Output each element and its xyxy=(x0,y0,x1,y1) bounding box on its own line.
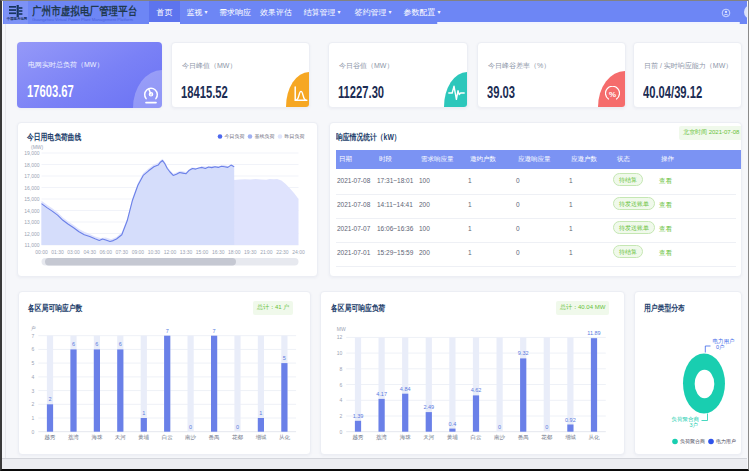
svg-text:越秀: 越秀 xyxy=(45,434,57,441)
svg-text:11,000: 11,000 xyxy=(25,242,40,248)
svg-text:黄埔: 黄埔 xyxy=(447,434,459,440)
svg-text:8: 8 xyxy=(339,366,342,372)
svg-text:今日负荷: 今日负荷 xyxy=(225,133,245,140)
svg-text:电力用户: 电力用户 xyxy=(716,438,736,445)
svg-text:2: 2 xyxy=(32,401,35,407)
svg-text:3户: 3户 xyxy=(689,422,698,428)
svg-text:06:00: 06:00 xyxy=(100,249,113,255)
svg-text:14,000: 14,000 xyxy=(24,208,40,214)
svg-text:21:00: 21:00 xyxy=(260,249,273,255)
svg-text:15,000: 15,000 xyxy=(24,196,40,202)
svg-text:4.62: 4.62 xyxy=(471,387,482,393)
svg-text:2: 2 xyxy=(339,413,342,419)
svg-text:花都: 花都 xyxy=(541,434,553,441)
svg-text:5: 5 xyxy=(283,355,286,361)
svg-text:4.17: 4.17 xyxy=(376,391,387,397)
svg-text:4.84: 4.84 xyxy=(400,386,411,392)
svg-text:5: 5 xyxy=(32,360,35,366)
svg-text:负荷聚合商: 负荷聚合商 xyxy=(680,438,705,445)
svg-text:1: 1 xyxy=(32,415,35,421)
svg-text:荔湾: 荔湾 xyxy=(376,434,388,441)
svg-text:24:00: 24:00 xyxy=(292,249,305,255)
svg-text:MW: MW xyxy=(337,326,346,332)
svg-text:7: 7 xyxy=(213,328,216,334)
svg-text:番禺: 番禺 xyxy=(518,434,529,441)
svg-text:荔湾: 荔湾 xyxy=(68,434,80,441)
svg-text:16:30: 16:30 xyxy=(212,249,225,255)
svg-text:11.89: 11.89 xyxy=(587,330,600,336)
svg-text:1: 1 xyxy=(259,410,262,416)
svg-text:增城: 增城 xyxy=(255,434,267,440)
svg-text:0: 0 xyxy=(236,424,239,430)
svg-text:南沙: 南沙 xyxy=(185,434,197,441)
svg-text:黄埔: 黄埔 xyxy=(138,434,150,440)
svg-text:04:30: 04:30 xyxy=(83,249,96,255)
svg-text:0.92: 0.92 xyxy=(565,417,576,423)
svg-text:7: 7 xyxy=(32,333,35,339)
svg-text:09:00: 09:00 xyxy=(132,249,145,255)
svg-text:6: 6 xyxy=(95,341,98,347)
svg-text:从化: 从化 xyxy=(279,434,291,441)
svg-text:南沙: 南沙 xyxy=(494,434,506,441)
svg-text:昨日负荷: 昨日负荷 xyxy=(285,133,305,140)
svg-text:从化: 从化 xyxy=(589,434,601,441)
svg-text:6: 6 xyxy=(32,346,35,352)
svg-text:12:00: 12:00 xyxy=(164,249,177,255)
svg-text:%: % xyxy=(609,90,616,99)
svg-text:10:30: 10:30 xyxy=(148,249,161,255)
svg-text:19:30: 19:30 xyxy=(244,249,257,255)
svg-text:天河: 天河 xyxy=(423,434,435,441)
svg-text:18,000: 18,000 xyxy=(24,162,40,168)
svg-text:10: 10 xyxy=(337,350,343,356)
svg-text:12: 12 xyxy=(337,334,343,340)
svg-text:花都: 花都 xyxy=(232,434,244,441)
svg-text:1.39: 1.39 xyxy=(353,413,364,419)
svg-text:1: 1 xyxy=(142,410,145,416)
svg-text:13,000: 13,000 xyxy=(24,219,40,225)
svg-text:越秀: 越秀 xyxy=(353,434,365,441)
svg-text:番禺: 番禺 xyxy=(209,434,220,441)
svg-text:6: 6 xyxy=(119,341,122,347)
svg-text:天河: 天河 xyxy=(115,434,127,441)
svg-text:07:30: 07:30 xyxy=(116,249,129,255)
svg-text:海珠: 海珠 xyxy=(91,434,103,441)
svg-text:白云: 白云 xyxy=(162,434,174,441)
svg-text:17,000: 17,000 xyxy=(24,173,40,179)
svg-text:0户: 0户 xyxy=(716,344,725,350)
svg-text:19,000: 19,000 xyxy=(24,150,40,156)
svg-text:4: 4 xyxy=(339,397,342,403)
svg-text:9.32: 9.32 xyxy=(518,350,529,356)
svg-text:增城: 增城 xyxy=(565,434,577,440)
svg-text:3: 3 xyxy=(32,388,35,394)
svg-text:0: 0 xyxy=(498,424,501,430)
svg-text:0.4: 0.4 xyxy=(449,421,457,427)
svg-text:6: 6 xyxy=(72,341,75,347)
svg-text:0: 0 xyxy=(545,424,548,430)
svg-text:2: 2 xyxy=(48,396,51,402)
svg-text:海珠: 海珠 xyxy=(400,434,412,441)
svg-text:22:30: 22:30 xyxy=(276,249,289,255)
svg-text:7: 7 xyxy=(166,328,169,334)
svg-text:00:00: 00:00 xyxy=(35,249,48,255)
svg-text:4: 4 xyxy=(32,374,35,380)
svg-text:18:00: 18:00 xyxy=(228,249,241,255)
svg-text:01:30: 01:30 xyxy=(51,249,64,255)
svg-text:户: 户 xyxy=(31,325,36,331)
svg-text:基线负荷: 基线负荷 xyxy=(255,133,275,139)
svg-text:0: 0 xyxy=(189,424,192,430)
svg-text:0: 0 xyxy=(339,429,342,435)
svg-text:03:00: 03:00 xyxy=(67,249,80,255)
svg-text:16,000: 16,000 xyxy=(24,185,40,191)
svg-text:2.49: 2.49 xyxy=(423,404,434,410)
svg-text:6: 6 xyxy=(339,382,342,388)
svg-text:0: 0 xyxy=(32,429,35,435)
svg-text:白云: 白云 xyxy=(471,434,483,441)
svg-text:13:30: 13:30 xyxy=(180,249,193,255)
svg-text:15:00: 15:00 xyxy=(196,249,209,255)
svg-text:12,000: 12,000 xyxy=(24,231,40,237)
